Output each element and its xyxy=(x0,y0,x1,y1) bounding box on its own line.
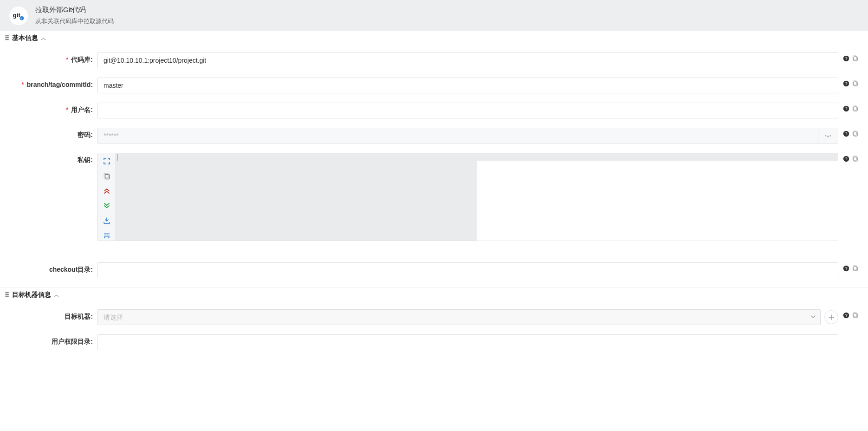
editor-format-button[interactable] xyxy=(101,230,113,241)
double-chevron-up-icon xyxy=(103,187,110,195)
editor-copy-button[interactable] xyxy=(101,171,113,181)
double-chevron-down-icon xyxy=(103,202,110,209)
label-repo: 代码库: xyxy=(71,56,93,63)
svg-text:?: ? xyxy=(845,81,848,86)
page-title: 拉取外部Git代码 xyxy=(35,6,114,14)
svg-text:?: ? xyxy=(845,266,848,271)
label-branch: branch/tag/commitId: xyxy=(27,81,93,88)
target-machine-select[interactable] xyxy=(97,309,821,325)
drag-handle-icon: ⠿ xyxy=(5,34,9,42)
copy-icon[interactable] xyxy=(852,131,859,138)
copy-icon[interactable] xyxy=(852,265,859,273)
editor-expand-button[interactable] xyxy=(101,201,113,211)
editor-collapse-button[interactable] xyxy=(101,186,113,196)
branch-input[interactable] xyxy=(97,78,838,93)
label-password: 密码: xyxy=(78,131,93,138)
svg-text:?: ? xyxy=(845,56,848,61)
svg-text:?: ? xyxy=(845,313,848,318)
chevron-up-icon: ︿ xyxy=(54,291,59,299)
row-checkout-dir: checkout目录: ? xyxy=(0,258,868,283)
username-input[interactable] xyxy=(97,103,838,118)
row-repo: * 代码库: ? xyxy=(0,48,868,73)
editor-fullscreen-button[interactable] xyxy=(101,156,113,166)
user-perm-dir-input[interactable] xyxy=(97,334,838,350)
download-icon xyxy=(103,217,110,224)
page-subtitle: 从非关联代码库中拉取源代码 xyxy=(35,17,114,26)
editor-download-button[interactable] xyxy=(101,216,113,226)
git-icon: git h xyxy=(9,7,28,25)
help-icon[interactable]: ? xyxy=(843,105,849,113)
plus-icon xyxy=(829,314,834,320)
required-marker: * xyxy=(66,56,68,63)
section-basic-header[interactable]: ⠿ 基本信息 ︿ xyxy=(0,31,868,45)
fullscreen-icon xyxy=(103,157,110,165)
required-marker: * xyxy=(21,81,24,88)
section-target-header[interactable]: ⠿ 目标机器信息 ︿ xyxy=(0,288,868,302)
editor-body[interactable] xyxy=(116,153,838,241)
svg-rect-19 xyxy=(105,175,109,179)
row-branch: * branch/tag/commitId: ? xyxy=(0,73,868,98)
target-machine-select-display[interactable] xyxy=(97,309,821,325)
help-icon[interactable]: ? xyxy=(843,156,849,163)
help-icon[interactable]: ? xyxy=(843,55,849,63)
help-icon[interactable]: ? xyxy=(843,265,849,273)
code-format-icon xyxy=(103,232,110,239)
repo-input[interactable] xyxy=(97,52,838,68)
add-target-machine-button[interactable] xyxy=(824,310,838,324)
copy-icon[interactable] xyxy=(852,312,859,320)
required-marker: * xyxy=(66,106,68,113)
svg-text:h: h xyxy=(20,17,22,20)
section-target: ⠿ 目标机器信息 ︿ 目标机器: xyxy=(0,288,868,359)
svg-rect-20 xyxy=(104,173,108,178)
editor-toolbar xyxy=(98,153,116,241)
page-header: git h 拉取外部Git代码 从非关联代码库中拉取源代码 xyxy=(0,0,868,31)
help-icon[interactable]: ? xyxy=(843,80,849,88)
label-private-key: 私钥: xyxy=(78,156,93,163)
label-username: 用户名: xyxy=(71,106,93,113)
row-username: * 用户名: ? xyxy=(0,98,868,123)
label-target-machine: 目标机器: xyxy=(65,313,93,320)
copy-icon[interactable] xyxy=(852,55,859,63)
copy-icon xyxy=(103,172,110,180)
row-password: 密码: ? xyxy=(0,123,868,148)
copy-icon[interactable] xyxy=(852,80,859,88)
copy-icon[interactable] xyxy=(852,105,859,113)
label-checkout-dir: checkout目录: xyxy=(49,266,93,273)
help-icon[interactable]: ? xyxy=(843,312,849,320)
drag-handle-icon: ⠿ xyxy=(5,291,9,299)
svg-text:?: ? xyxy=(845,131,848,136)
password-input[interactable] xyxy=(97,128,818,144)
svg-text:?: ? xyxy=(845,106,848,111)
row-private-key: 私钥: xyxy=(0,148,868,246)
help-icon[interactable]: ? xyxy=(843,131,849,138)
eye-closed-icon xyxy=(824,132,832,139)
section-target-title: 目标机器信息 xyxy=(12,291,51,299)
section-basic: ⠿ 基本信息 ︿ * 代码库: ? * xyxy=(0,31,868,288)
section-basic-title: 基本信息 xyxy=(12,34,38,42)
label-user-perm-dir: 用户权限目录: xyxy=(52,338,93,345)
private-key-editor[interactable] xyxy=(97,153,838,241)
chevron-down-icon xyxy=(810,313,816,321)
row-target-machine: 目标机器: xyxy=(0,305,868,330)
svg-text:?: ? xyxy=(845,157,848,161)
toggle-password-visibility-button[interactable] xyxy=(818,128,838,144)
svg-text:git: git xyxy=(13,12,21,19)
row-user-perm-dir: 用户权限目录: xyxy=(0,330,868,355)
chevron-up-icon: ︿ xyxy=(41,34,46,42)
copy-icon[interactable] xyxy=(852,156,859,163)
checkout-dir-input[interactable] xyxy=(97,262,838,278)
